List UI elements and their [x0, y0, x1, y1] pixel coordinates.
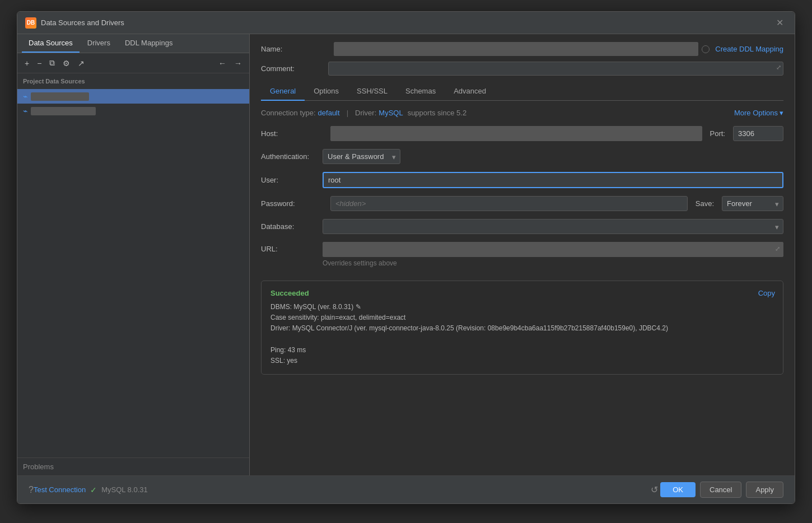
- auth-row: Authentication: User & Password No auth …: [261, 149, 783, 164]
- host-input[interactable]: [330, 126, 702, 141]
- user-input[interactable]: [323, 172, 783, 188]
- success-title: Succeeded: [270, 289, 774, 297]
- test-version: MySQL 8.0.31: [101, 485, 148, 494]
- test-connection-area: Test Connection ✓ MySQL 8.0.31: [34, 485, 648, 494]
- settings-button[interactable]: ⚙: [60, 57, 73, 69]
- top-tabs: Data Sources Drivers DDL Mappings: [17, 34, 249, 53]
- save-select[interactable]: Forever Until restart Never: [722, 196, 783, 211]
- comment-expand-icon[interactable]: ⤢: [776, 64, 781, 71]
- problems-label: Problems: [23, 463, 54, 471]
- tab-general[interactable]: General: [261, 82, 305, 101]
- conn-type-label: Connection type:: [261, 109, 316, 117]
- dialog-actions: OK Cancel Apply: [660, 482, 783, 498]
- user-row: User:: [261, 172, 783, 188]
- password-label: Password:: [261, 199, 323, 208]
- back-button[interactable]: ←: [216, 57, 229, 69]
- sidebar-item-label-1: @172.16.177.131: [31, 92, 89, 101]
- password-input[interactable]: [330, 196, 688, 211]
- name-row: Name: Create DDL Mapping: [261, 42, 783, 56]
- sidebar-item-2[interactable]: ⌁ interview@localhost: [17, 104, 249, 118]
- tab-ssh-ssl[interactable]: SSH/SSL: [348, 82, 396, 101]
- chevron-down-icon: ▾: [780, 109, 783, 117]
- sidebar-item-label-2: interview@localhost: [31, 107, 96, 115]
- problems-section: Problems: [17, 457, 249, 475]
- add-button[interactable]: +: [22, 57, 32, 69]
- url-input[interactable]: [323, 242, 783, 257]
- copy-button[interactable]: ⧉: [46, 57, 58, 69]
- db-icon-2: ⌁: [23, 106, 27, 115]
- comment-label: Comment:: [261, 64, 328, 73]
- content-tabs: General Options SSH/SSL Schemas Advanced: [261, 82, 783, 101]
- tab-drivers[interactable]: Drivers: [81, 34, 117, 53]
- comment-row: Comment: ⤢: [261, 62, 783, 76]
- tab-data-sources[interactable]: Data Sources: [22, 34, 80, 53]
- app-icon: DB: [25, 17, 36, 29]
- name-label: Name:: [261, 45, 328, 53]
- undo-button[interactable]: ↺: [648, 482, 660, 497]
- connection-info: Connection type: default | Driver: MySQL…: [261, 109, 783, 117]
- conn-driver-label: Driver:: [355, 109, 376, 117]
- success-line5: Ping: 43 ms: [270, 345, 774, 356]
- close-button[interactable]: ✕: [773, 16, 787, 29]
- database-select[interactable]: [323, 219, 783, 234]
- database-label: Database:: [261, 222, 323, 231]
- bottom-bar: ? Test Connection ✓ MySQL 8.0.31 ↺ OK Ca…: [17, 475, 795, 503]
- main-dialog: DB Data Sources and Drivers ✕ Data Sourc…: [17, 11, 795, 504]
- port-label: Port:: [710, 129, 725, 138]
- dialog-body: Data Sources Drivers DDL Mappings + − ⧉ …: [17, 34, 795, 475]
- sidebar-item-1[interactable]: ⌁ @172.16.177.131: [17, 89, 249, 104]
- success-line1: DBMS: MySQL (ver. 8.0.31) ✎: [270, 302, 774, 312]
- url-note: Overrides settings above: [323, 259, 783, 267]
- left-panel: Data Sources Drivers DDL Mappings + − ⧉ …: [17, 34, 250, 475]
- help-button[interactable]: ?: [29, 485, 34, 495]
- url-row: URL: ⤢: [261, 242, 783, 257]
- title-bar: DB Data Sources and Drivers ✕: [17, 12, 795, 34]
- auth-select[interactable]: User & Password No auth LDAP Kerberos: [323, 149, 400, 164]
- conn-type-value: default: [318, 109, 340, 117]
- apply-button[interactable]: Apply: [746, 482, 783, 498]
- success-box: Succeeded Copy DBMS: MySQL (ver. 8.0.31)…: [261, 281, 783, 375]
- host-label: Host:: [261, 129, 323, 138]
- export-button[interactable]: ↗: [75, 57, 87, 69]
- auth-label: Authentication:: [261, 152, 323, 161]
- cancel-button[interactable]: Cancel: [700, 482, 741, 498]
- save-label: Save:: [696, 199, 714, 208]
- tab-schemas[interactable]: Schemas: [396, 82, 445, 101]
- conn-driver-note: supports since 5.2: [408, 109, 467, 117]
- db-icon-1: ⌁: [23, 92, 27, 101]
- tab-ddl-mappings[interactable]: DDL Mappings: [118, 34, 180, 53]
- database-row: Database:: [261, 219, 783, 234]
- copy-button[interactable]: Copy: [758, 289, 775, 297]
- project-data-sources-header: Project Data Sources: [17, 73, 249, 89]
- comment-input[interactable]: [328, 62, 783, 76]
- conn-driver-name[interactable]: MySQL: [379, 109, 403, 117]
- password-row: Password: Save: Forever Until restart Ne…: [261, 196, 783, 211]
- dialog-title: Data Sources and Drivers: [41, 18, 124, 27]
- ok-button[interactable]: OK: [660, 482, 696, 497]
- success-line4: [270, 334, 774, 345]
- success-body: DBMS: MySQL (ver. 8.0.31) ✎ Case sensiti…: [270, 302, 774, 366]
- toolbar: + − ⧉ ⚙ ↗ ← →: [17, 53, 249, 73]
- name-status-icon: [702, 45, 710, 53]
- tab-options[interactable]: Options: [305, 82, 348, 101]
- forward-button[interactable]: →: [231, 57, 245, 69]
- success-line3: Driver: MySQL Connector/J (ver. mysql-co…: [270, 323, 774, 334]
- url-label: URL:: [261, 242, 323, 253]
- test-connection-link[interactable]: Test Connection: [34, 485, 86, 494]
- remove-button[interactable]: −: [34, 57, 44, 69]
- user-label: User:: [261, 176, 323, 184]
- success-line2: Case sensitivity: plain=exact, delimited…: [270, 312, 774, 323]
- port-input[interactable]: [733, 126, 783, 141]
- right-panel: Name: Create DDL Mapping Comment: ⤢ Gene…: [250, 34, 795, 475]
- name-input[interactable]: [334, 42, 698, 56]
- create-ddl-link[interactable]: Create DDL Mapping: [715, 45, 783, 53]
- tab-advanced[interactable]: Advanced: [445, 82, 495, 101]
- success-line6: SSL: yes: [270, 356, 774, 366]
- more-options-button[interactable]: More Options ▾: [734, 109, 783, 117]
- test-status-icon: ✓: [90, 485, 97, 494]
- url-expand-icon[interactable]: ⤢: [775, 245, 780, 253]
- host-row: Host: Port:: [261, 126, 783, 141]
